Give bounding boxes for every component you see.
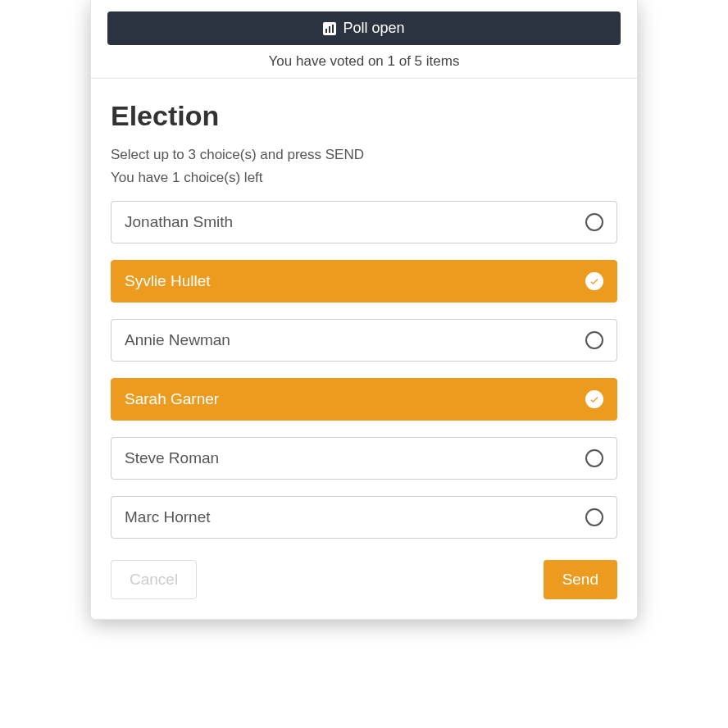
option-row[interactable]: Syvlie Hullet xyxy=(111,260,617,303)
option-label: Marc Hornet xyxy=(125,508,211,526)
poll-status-bar: Poll open xyxy=(107,11,621,45)
card-footer: Cancel Send xyxy=(111,560,617,599)
svg-rect-2 xyxy=(329,26,330,33)
bar-chart-icon xyxy=(323,22,336,35)
option-label: Sarah Garner xyxy=(125,390,219,408)
option-label: Syvlie Hullet xyxy=(125,272,211,290)
voted-count-text: You have voted on 1 of 5 items xyxy=(107,53,621,70)
cancel-button[interactable]: Cancel xyxy=(111,560,197,599)
option-label: Steve Roman xyxy=(125,449,219,467)
radio-empty-icon xyxy=(585,331,603,349)
option-row[interactable]: Steve Roman xyxy=(111,437,617,480)
poll-card: Poll open You have voted on 1 of 5 items… xyxy=(90,0,638,620)
instructions-remaining: You have 1 choice(s) left xyxy=(111,170,617,186)
radio-empty-icon xyxy=(585,213,603,231)
poll-status-text: Poll open xyxy=(343,20,404,37)
card-header: Poll open You have voted on 1 of 5 items xyxy=(91,0,637,79)
instructions-primary: Select up to 3 choice(s) and press SEND xyxy=(111,147,617,163)
option-row[interactable]: Marc Hornet xyxy=(111,496,617,539)
option-row[interactable]: Jonathan Smith xyxy=(111,201,617,243)
options-list: Jonathan SmithSyvlie HulletAnnie NewmanS… xyxy=(111,201,617,539)
svg-rect-3 xyxy=(332,25,334,33)
poll-title: Election xyxy=(111,100,617,132)
option-row[interactable]: Sarah Garner xyxy=(111,378,617,421)
svg-rect-1 xyxy=(325,29,327,33)
option-label: Annie Newman xyxy=(125,331,230,349)
send-button[interactable]: Send xyxy=(544,560,617,599)
option-label: Jonathan Smith xyxy=(125,213,233,231)
check-circle-icon xyxy=(585,390,603,408)
check-circle-icon xyxy=(585,272,603,290)
option-row[interactable]: Annie Newman xyxy=(111,319,617,362)
card-body: Election Select up to 3 choice(s) and pr… xyxy=(91,79,637,619)
radio-empty-icon xyxy=(585,508,603,526)
radio-empty-icon xyxy=(585,449,603,467)
